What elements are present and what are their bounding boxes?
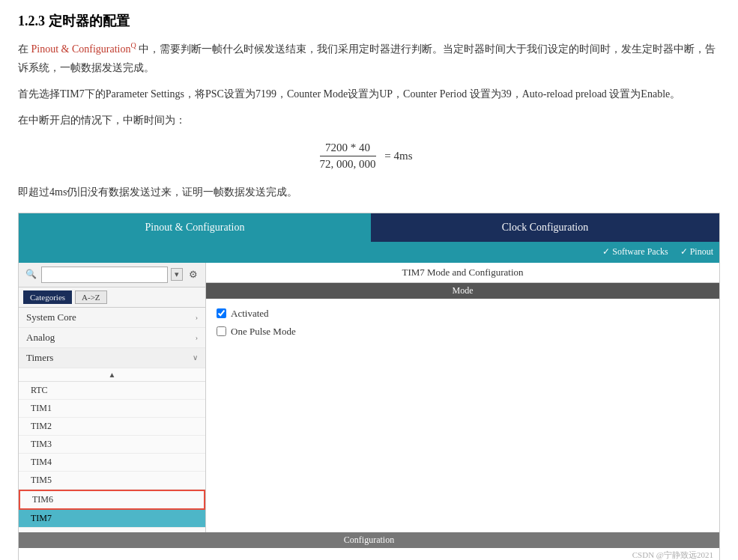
one-pulse-label[interactable]: One Pulse Mode — [231, 326, 296, 338]
list-item-tim2[interactable]: TIM2 — [19, 418, 205, 436]
formula-denominator: 72, 000, 000 — [320, 158, 376, 171]
activated-row: Activated — [217, 308, 709, 320]
tab-az[interactable]: A->Z — [75, 290, 107, 304]
software-packs-tab[interactable]: ✓ Software Packs — [602, 246, 668, 258]
chevron-right-icon-2: › — [196, 333, 198, 341]
gear-icon[interactable]: ⚙ — [186, 267, 201, 282]
timers-submenu: ▲ RTC TIM1 TIM2 TIM3 TIM4 TIM5 TIM6 TIM7… — [19, 368, 205, 532]
paragraph1: 在 Pinout & ConfigurationQ 中，需要判断一帧什么时候发送… — [18, 39, 720, 77]
one-pulse-checkbox[interactable] — [217, 326, 226, 336]
sub-toolbar-right: ✓ Software Packs ✓ Pinout — [371, 246, 719, 258]
chevron-right-icon: › — [196, 313, 198, 321]
formula-result: = 4ms — [384, 150, 412, 162]
section-title: 1.2.3 定时器的配置 — [18, 12, 720, 30]
chevron-down-icon: ∨ — [193, 353, 198, 362]
formula-block: 7200 * 40 72, 000, 000 = 4ms — [18, 141, 720, 171]
pinout-tab[interactable]: ✓ Pinout — [680, 246, 713, 258]
sidebar-item-system-core[interactable]: System Core › — [19, 308, 205, 328]
list-item-tim6[interactable]: TIM6 — [19, 490, 205, 510]
tab-categories[interactable]: Categories — [23, 290, 72, 304]
paragraph4: 即超过4ms仍旧没有数据发送过来，证明一帧数据发送完成。 — [18, 183, 720, 201]
cubemx-panel: Pinout & Configuration Clock Configurati… — [18, 213, 720, 560]
submenu-up-arrow[interactable]: ▲ — [109, 371, 116, 379]
list-item-tim1[interactable]: TIM1 — [19, 400, 205, 418]
one-pulse-row: One Pulse Mode — [217, 326, 709, 338]
sidebar-item-timers[interactable]: Timers ∨ — [19, 348, 205, 368]
activated-checkbox[interactable] — [217, 308, 226, 318]
submenu-header: ▲ — [19, 368, 205, 382]
content-area: TIM7 Mode and Configuration Mode Activat… — [206, 263, 719, 532]
paragraph2: 首先选择TIM7下的Parameter Settings，将PSC设置为7199… — [18, 85, 720, 103]
content-title: TIM7 Mode and Configuration — [206, 263, 719, 283]
sidebar: 🔍 ▾ ⚙ Categories A->Z System Core › — [19, 263, 206, 532]
sidebar-item-analog[interactable]: Analog › — [19, 328, 205, 348]
formula-numerator: 7200 * 40 — [320, 141, 376, 156]
list-item-tim7[interactable]: TIM7 — [19, 510, 205, 528]
list-item-rtc[interactable]: RTC — [19, 382, 205, 400]
tab-clock[interactable]: Clock Configuration — [371, 213, 719, 242]
search-bar: 🔍 ▾ ⚙ — [19, 263, 205, 287]
sidebar-item-system-core-label: System Core — [26, 311, 76, 323]
list-item-tim5[interactable]: TIM5 — [19, 472, 205, 490]
main-area: 🔍 ▾ ⚙ Categories A->Z System Core › — [19, 263, 719, 532]
sub-toolbar: ✓ Software Packs ✓ Pinout — [19, 242, 719, 263]
modbus-link[interactable]: Pinout & Configuration — [31, 43, 131, 55]
mode-content: Activated One Pulse Mode — [206, 299, 719, 353]
category-tabs: Categories A->Z — [19, 287, 205, 308]
sidebar-item-timers-label: Timers — [26, 352, 53, 364]
configuration-bar: Configuration — [19, 532, 719, 548]
dropdown-arrow[interactable]: ▾ — [171, 268, 183, 281]
configuration-label: Configuration — [344, 535, 394, 545]
tab-pinout[interactable]: Pinout & Configuration — [19, 213, 371, 242]
search-input[interactable] — [41, 267, 168, 283]
sidebar-item-analog-label: Analog — [26, 332, 55, 344]
search-icon[interactable]: 🔍 — [23, 267, 38, 282]
activated-label[interactable]: Activated — [231, 308, 269, 320]
tab-bar: Pinout & Configuration Clock Configurati… — [19, 213, 719, 242]
list-item-tim3[interactable]: TIM3 — [19, 436, 205, 454]
mode-bar: Mode — [206, 283, 719, 299]
watermark: CSDN @宁静致远2021 — [19, 548, 719, 560]
list-item-tim4[interactable]: TIM4 — [19, 454, 205, 472]
paragraph3: 在中断开启的情况下，中断时间为： — [18, 111, 720, 130]
